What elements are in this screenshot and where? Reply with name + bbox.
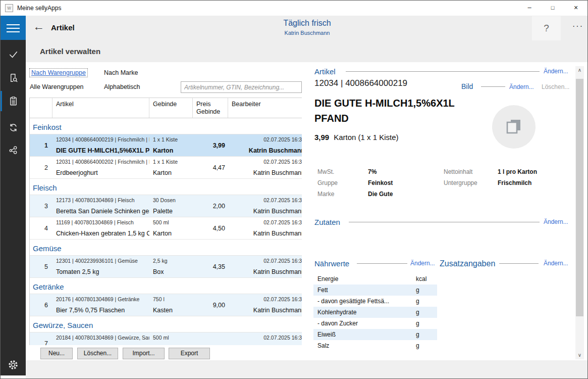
close-button[interactable]: × — [564, 1, 587, 16]
group-header[interactable]: Getränke — [30, 278, 302, 294]
table-row[interactable]: 620176 | 4007801304869 | GetränkeBier 7,… — [30, 294, 302, 316]
group-header[interactable]: Gemüse — [30, 240, 302, 256]
kv-label: MwSt. — [317, 168, 334, 175]
price-line: 3,99Karton (1 x 1 Kiste) — [314, 133, 399, 141]
bild-loeschen-link[interactable]: Löschen... — [542, 83, 569, 90]
cell-gebinde: 2,5 kgBox — [149, 256, 193, 277]
price-value: 3,99 — [314, 133, 329, 141]
filter-alphabetical[interactable]: Alphabetisch — [104, 83, 140, 90]
export-button[interactable]: Export — [169, 348, 210, 359]
filter-by-brand[interactable]: Nach Marke — [104, 69, 138, 76]
sidebar — [1, 16, 26, 375]
gebinde-meta: 1 x 1 Kiste — [153, 159, 192, 165]
scroll-down-icon[interactable]: ∨ — [575, 351, 584, 359]
naehrwert-unit: g — [416, 309, 437, 316]
scrollbar-thumb[interactable] — [576, 79, 583, 316]
detail-section-naehrwerte: Nährwerte — [314, 259, 349, 268]
artikel-aendern-link[interactable]: Ändern... — [544, 68, 568, 75]
editor-name: Katrin Buschmann — [253, 169, 302, 176]
naehrwerte-table: EnergiekcalFettg- davon gesättigte Fetts… — [313, 273, 437, 351]
delete-button[interactable]: Löschen... — [77, 348, 118, 359]
cell-gebinde: 500 mlKarton — [149, 217, 193, 239]
edit-date: 02.07.2025 16:31 — [263, 296, 302, 302]
artikel-meta: 11169 | 4007801304869 | Fleisch — [56, 219, 148, 225]
settings-gear-icon — [7, 359, 19, 371]
zutaten-aendern-link[interactable]: Ändern... — [544, 218, 568, 225]
search-input[interactable] — [181, 81, 302, 93]
gebinde-name: Karton — [153, 147, 192, 154]
artikel-name: Erdbeerjoghurt — [56, 169, 148, 176]
edit-date: 02.07.2025 16:30 — [263, 219, 302, 225]
group-header[interactable]: Fleisch — [30, 179, 302, 195]
article-table: Artikel Gebinde Preis Gebinde Bearbeiter… — [29, 98, 302, 345]
photos-icon — [503, 116, 525, 138]
section-title: Artikel verwalten — [40, 47, 100, 56]
table-row[interactable]: 411169 | 4007801304869 | FleischChicken-… — [30, 217, 302, 240]
naehrwert-row: Kohlenhydrateg — [313, 307, 437, 318]
cell-gebinde: 1 x 1 KisteKarton — [149, 134, 193, 156]
cell-bearbeiter: 02.07.2025 16:30Katrin Buschmann — [228, 134, 302, 156]
gebinde-name: Palette — [153, 208, 192, 215]
more-menu-button[interactable]: ··· — [572, 22, 583, 31]
gebinde-meta: 500 ml — [153, 335, 192, 341]
kv-value: Frischmilch — [498, 179, 531, 186]
divider — [349, 222, 540, 222]
naehrwert-unit: g — [416, 331, 437, 338]
sidebar-item-share[interactable] — [1, 138, 26, 161]
col-gebinde: Gebinde — [149, 98, 193, 118]
table-row[interactable]: 512301 | 4002239936101 | GemüseTomaten 2… — [30, 256, 302, 278]
cell-artikel: 12301 | 4002239936101 | GemüseTomaten 2,… — [52, 256, 149, 277]
maximize-button[interactable]: □ — [541, 1, 564, 16]
naehrwert-label: Kohlenhydrate — [313, 309, 416, 316]
cell-gebinde: 500 ml — [149, 333, 193, 345]
table-row[interactable]: 212031 | 4008664000202 | Frischmilch | F… — [30, 157, 302, 179]
help-button[interactable]: ? — [532, 16, 561, 40]
bottom-strip — [26, 360, 588, 378]
kv-value: Die Gute — [368, 191, 393, 198]
filter-all-groups[interactable]: Alle Warengruppen — [30, 83, 84, 90]
row-number: 2 — [30, 157, 52, 178]
naehrwert-label: Eiweiß — [313, 331, 416, 338]
naehrwert-row: Fettg — [313, 285, 437, 296]
editor-name: Katrin Buschmann — [253, 307, 302, 314]
hamburger-menu-button[interactable] — [1, 16, 26, 40]
sidebar-item-sync[interactable] — [1, 116, 26, 138]
cell-preis: 4,50 — [193, 217, 228, 239]
cell-artikel: 12173 | 4007801304869 | FleischBeretta S… — [52, 195, 149, 217]
naehrwerte-aendern-link[interactable]: Ändern... — [410, 260, 435, 267]
filter-by-group[interactable]: Nach Warengruppe — [29, 68, 88, 77]
app-title: Meine sellyApps — [17, 5, 61, 12]
sync-icon — [8, 122, 19, 133]
sidebar-item-catalog[interactable] — [1, 67, 26, 89]
row-number: 3 — [30, 195, 52, 217]
sidebar-item-settings[interactable] — [1, 355, 26, 374]
group-header[interactable]: Gewürze, Saucen — [30, 316, 302, 333]
gebinde-meta: 30 Dosen — [153, 197, 192, 203]
table-row[interactable]: 312173 | 4007801304869 | FleischBeretta … — [30, 195, 302, 217]
scrollbar[interactable]: ∧ ∨ — [575, 66, 584, 359]
artikel-id: 12034 | 4008664000219 — [314, 78, 407, 88]
cell-gebinde: 1 x 1 KisteKarton — [149, 157, 193, 178]
new-button[interactable]: Neu... — [40, 348, 73, 359]
artikel-name: Chicken-Haxen gebraten 1,5 kg C... — [56, 230, 148, 237]
cell-bearbeiter: 02.07.2025 16:31Katrin Buschmann — [228, 294, 302, 316]
cell-preis: 2,00 — [193, 195, 228, 217]
sidebar-item-tasks[interactable] — [1, 43, 26, 65]
scroll-up-icon[interactable]: ∧ — [575, 66, 584, 74]
divider — [499, 263, 539, 264]
table-row[interactable]: 112034 | 4008664000219 | Frischmilch | F… — [30, 134, 302, 157]
zusatzangaben-aendern-link[interactable]: Ändern... — [544, 260, 568, 267]
gebinde-meta: 2,5 kg — [153, 258, 192, 264]
kv-label: Nettoinhalt — [444, 168, 472, 175]
sidebar-item-articles[interactable] — [1, 90, 26, 112]
check-icon — [8, 49, 19, 60]
bild-aendern-link[interactable]: Ändern... — [509, 83, 534, 90]
naehrwert-label: Energie — [313, 275, 416, 282]
group-header[interactable]: Feinkost — [30, 118, 302, 134]
minimize-button[interactable]: – — [518, 1, 541, 16]
import-button[interactable]: Import... — [123, 348, 165, 359]
edit-date: 02.07.2025 16:31 — [263, 335, 302, 341]
photo-placeholder[interactable] — [492, 105, 536, 149]
table-row[interactable]: 720184 | 4007801304869 | Gewürze, Saucen… — [30, 333, 302, 345]
cell-bearbeiter: 02.07.2025 16:31 — [228, 333, 302, 345]
